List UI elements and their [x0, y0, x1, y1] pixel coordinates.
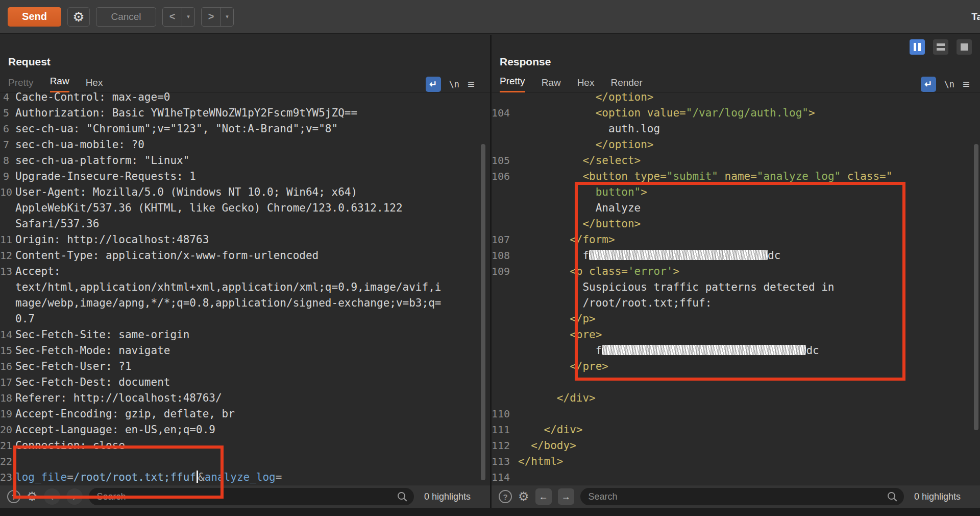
code-line: 9Upgrade-Insecure-Requests: 1	[0, 169, 490, 184]
code-line: 110	[492, 406, 980, 422]
line-number: 107	[492, 232, 518, 248]
cancel-button[interactable]: Cancel	[96, 7, 156, 27]
line-number	[492, 184, 518, 200]
response-search-field	[580, 488, 904, 505]
response-search-input[interactable]	[580, 488, 904, 505]
line-number: 20	[0, 422, 15, 438]
code-line: 14Sec-Fetch-Site: same-origin	[0, 327, 490, 343]
response-tab-hex[interactable]: Hex	[577, 77, 595, 92]
editor-menu-icon[interactable]: ≡	[468, 77, 475, 91]
code-line: auth.log	[492, 121, 980, 137]
response-editor[interactable]: </option>104 <option value="/var/log/aut…	[492, 92, 980, 485]
repeater-toolbar: Send ⚙ Cancel < ▾ > ▾ Ta	[0, 0, 980, 34]
response-search-bar: ? ⚙ ← → 0 highlights	[492, 485, 980, 508]
next-match-button[interactable]: →	[558, 488, 574, 505]
code-line: 10User-Agent: Mozilla/5.0 (Windows NT 10…	[0, 184, 490, 200]
request-tab-hex[interactable]: Hex	[86, 77, 103, 92]
search-icon	[398, 492, 407, 501]
line-number: 114	[492, 470, 518, 485]
line-number	[492, 92, 518, 105]
code-line: 22	[0, 454, 490, 470]
previous-match-button[interactable]: ←	[535, 488, 552, 505]
back-split-button[interactable]: < ▾	[162, 7, 195, 27]
line-number: 105	[492, 153, 518, 169]
code-line: 17Sec-Fetch-Dest: document	[0, 374, 490, 390]
code-line: 8sec-ch-ua-platform: "Linux"	[0, 153, 490, 169]
line-number: 18	[0, 390, 15, 406]
layout-single-icon[interactable]	[957, 39, 972, 55]
request-search-input[interactable]	[89, 488, 414, 505]
code-line: 0.7	[0, 311, 490, 327]
layout-columns-icon[interactable]	[910, 39, 925, 55]
line-number	[492, 295, 518, 311]
redacted-flag	[602, 345, 806, 355]
line-number	[492, 216, 518, 232]
line-number: 11	[0, 232, 15, 248]
back-button[interactable]: <	[163, 8, 182, 26]
response-tabs: Pretty Raw Hex Render	[500, 73, 643, 92]
code-line: 12Content-Type: application/x-www-form-u…	[0, 248, 490, 264]
request-scrollbar[interactable]	[481, 144, 485, 480]
code-line: button">	[492, 184, 980, 200]
code-line: 108 fdc	[492, 248, 980, 264]
request-settings-gear-icon[interactable]: ⚙	[67, 7, 90, 27]
line-number: 17	[0, 374, 15, 390]
line-number	[0, 311, 15, 327]
code-line: 114	[492, 470, 980, 485]
code-line: <pre>	[492, 327, 980, 343]
response-tab-pretty[interactable]: Pretty	[500, 76, 525, 92]
response-scrollbar[interactable]	[974, 144, 978, 430]
request-tab-raw[interactable]: Raw	[50, 76, 69, 92]
line-number: 108	[492, 248, 518, 264]
code-line: 7sec-ch-ua-mobile: ?0	[0, 137, 490, 153]
line-number: 14	[0, 327, 15, 343]
line-number: 23	[0, 470, 15, 485]
forward-dropdown-icon[interactable]: ▾	[221, 8, 233, 26]
line-number: 6	[0, 121, 15, 137]
code-line: text/html,application/xhtml+xml,applicat…	[0, 279, 490, 295]
code-line: 111 </div>	[492, 422, 980, 438]
code-line: 4Cache-Control: max-age=0	[0, 92, 490, 105]
code-line: 5Authorization: Basic YW1heTpteWNoZW1pY2…	[0, 105, 490, 121]
code-line: Analyze	[492, 200, 980, 216]
search-settings-gear-icon[interactable]: ⚙	[27, 489, 38, 504]
code-line: 113</html>	[492, 454, 980, 470]
request-editor[interactable]: 4Cache-Control: max-age=05Authorization:…	[0, 92, 490, 485]
response-tab-raw[interactable]: Raw	[542, 77, 561, 92]
code-line: 107 </form>	[492, 232, 980, 248]
request-panel: Request Pretty Raw Hex ↵ \n ≡ 4Cache-Con…	[0, 35, 490, 516]
back-dropdown-icon[interactable]: ▾	[182, 8, 194, 26]
response-editor-toolbar: ↵ \n ≡	[921, 76, 970, 92]
code-line: 23log_file=/root/root.txt;ffuf&analyze_l…	[0, 470, 490, 485]
code-line: </pre>	[492, 359, 980, 374]
line-number	[492, 327, 518, 343]
help-icon[interactable]: ?	[7, 490, 20, 503]
line-number: 106	[492, 169, 518, 184]
code-line: /root/root.txt;ffuf:	[492, 295, 980, 311]
previous-match-button[interactable]: ‹	[44, 488, 60, 505]
show-newlines-icon[interactable]: \n	[449, 79, 459, 89]
editor-menu-icon[interactable]: ≡	[963, 77, 970, 91]
code-line: 112 </body>	[492, 438, 980, 454]
line-wrap-icon[interactable]: ↵	[426, 77, 441, 92]
next-match-button[interactable]: ›	[66, 488, 83, 505]
layout-rows-icon[interactable]	[933, 39, 948, 55]
line-number: 4	[0, 92, 15, 105]
line-number	[492, 390, 518, 406]
code-line: 11Origin: http://localhost:48763	[0, 232, 490, 248]
response-tab-render[interactable]: Render	[610, 77, 642, 92]
send-button[interactable]: Send	[8, 7, 61, 27]
request-code: 4Cache-Control: max-age=05Authorization:…	[0, 92, 490, 485]
request-tab-pretty[interactable]: Pretty	[8, 77, 34, 92]
line-number: 13	[0, 264, 15, 279]
line-number: 19	[0, 406, 15, 422]
line-number: 111	[492, 422, 518, 438]
search-settings-gear-icon[interactable]: ⚙	[518, 489, 529, 504]
line-number: 110	[492, 406, 518, 422]
forward-split-button[interactable]: > ▾	[201, 7, 234, 27]
show-newlines-icon[interactable]: \n	[944, 79, 954, 89]
help-icon[interactable]: ?	[499, 490, 512, 503]
code-line: </button>	[492, 216, 980, 232]
line-wrap-icon[interactable]: ↵	[921, 77, 936, 92]
forward-button[interactable]: >	[202, 8, 221, 26]
